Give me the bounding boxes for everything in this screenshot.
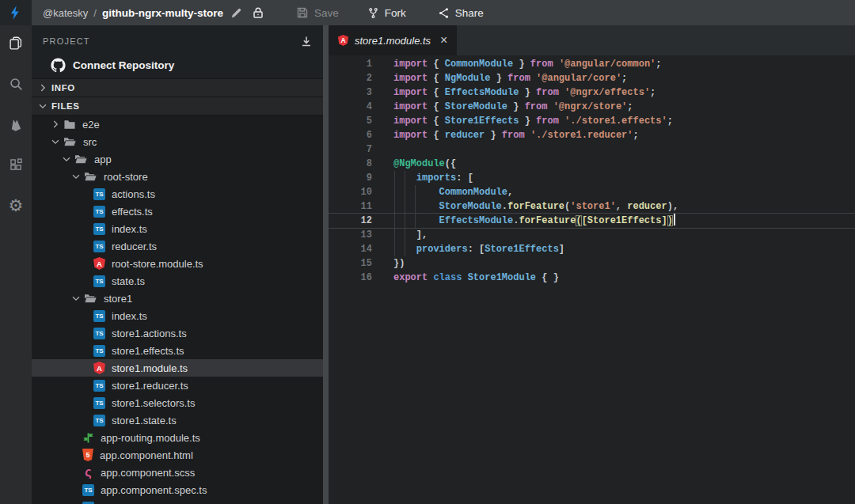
folder-open-icon [84,293,97,305]
file-tree-item[interactable]: TSstore1.reducer.ts [32,377,323,394]
tab-store1-module[interactable]: A store1.module.ts × [329,25,457,55]
file-tree-item[interactable]: TS [32,498,323,504]
file-tree-item[interactable]: ςapp.component.scss [32,464,323,481]
share-button[interactable]: Share [438,7,484,19]
tree-item-label: store1.actions.ts [112,328,187,339]
tree-item-label: e2e [82,119,100,131]
angular-icon: A [93,362,105,374]
sidebar-scrollbar[interactable] [323,25,329,504]
save-button[interactable]: Save [296,6,339,19]
activity-extensions-button[interactable] [2,150,30,180]
code-line[interactable]: 11 StoreModule.forFeature('store1', redu… [329,199,855,214]
file-tree-item[interactable]: 5app.component.html [32,446,323,464]
ts-icon: TS [93,397,105,409]
file-tree-item[interactable]: TSactions.ts [32,185,323,203]
indent-guide [405,171,405,185]
code-line-content: StoreModule.forFeature('store1', reducer… [393,199,678,214]
settings-icon: ⚙ [9,197,24,214]
file-tree-item[interactable]: TSreducer.ts [32,237,323,255]
code-line[interactable]: 3import { EffectsModule } from '@ngrx/ef… [329,85,855,100]
file-tree-item[interactable]: TSstore1.state.ts [32,411,323,429]
folder-closed-icon [63,119,76,131]
code-area[interactable]: 1import { CommonModule } from '@angular/… [329,55,855,504]
ts-icon: TS [93,380,105,392]
code-line-content: import { NgModule } from '@angular/core'… [393,71,627,85]
tree-item-label: store1.effects.ts [112,345,184,357]
code-line-content: CommonModule, [393,185,513,199]
line-number: 16 [329,271,372,285]
file-tree-item[interactable]: Astore1.module.ts [32,359,323,377]
close-icon[interactable]: × [440,34,447,47]
line-number: 15 [329,256,372,271]
code-line[interactable]: 16export class Store1Module { } [329,271,855,285]
connect-repository-button[interactable]: Connect Repository [51,58,313,73]
code-line[interactable]: 12 EffectsModule.forFeature([Store1Effec… [329,214,855,228]
tree-item-label: root-store [104,171,148,183]
sass-icon: ς [82,466,94,479]
file-tree-item[interactable]: Aroot-store.module.ts [32,255,323,272]
code-line[interactable]: 6import { reducer } from './store1.reduc… [329,128,855,142]
line-number: 7 [329,142,372,157]
code-line[interactable]: 15}) [329,256,855,271]
tree-item-label: app.component.html [100,449,193,461]
file-tree-item[interactable]: app-routing.module.ts [32,429,323,446]
extensions-icon [8,157,25,173]
indent-guide [405,185,405,199]
code-line[interactable]: 14 providers: [Store1Effects] [329,242,855,256]
folder-tree-item[interactable]: root-store [32,168,323,185]
section-header-info[interactable]: INFO [32,79,329,97]
folder-tree-item[interactable]: src [32,133,323,150]
code-line[interactable]: 1import { CommonModule } from '@angular/… [329,57,855,71]
file-tree-item[interactable]: TSeffects.ts [32,203,323,220]
edit-pencil-icon[interactable] [229,5,245,21]
folder-tree-item[interactable]: store1 [32,290,323,307]
indent-guide [394,242,395,256]
download-icon[interactable] [300,35,313,47]
code-line[interactable]: 9 imports: [ [329,171,855,185]
lock-icon[interactable] [250,5,266,21]
file-tree-item[interactable]: TSapp.component.spec.ts [32,481,323,498]
activity-firebase-button[interactable] [2,109,30,139]
fork-button[interactable]: Fork [367,7,406,19]
save-floppy-icon [296,6,309,19]
file-tree-item[interactable]: TSstore1.effects.ts [32,342,323,359]
indent-guide [394,199,395,214]
file-tree-item[interactable]: TSstore1.actions.ts [32,324,323,342]
connect-repository-label: Connect Repository [73,59,174,71]
code-line[interactable]: 4import { StoreModule } from '@ngrx/stor… [329,100,855,114]
indent-guide [405,214,405,228]
username: @katesky [43,7,88,19]
file-tree-item[interactable]: TSstate.ts [32,272,323,290]
activity-search-button[interactable] [2,69,30,99]
code-line[interactable]: 7 [329,142,855,157]
activity-copy-files-button[interactable] [2,28,30,59]
code-line[interactable]: 10 CommonModule, [329,185,855,199]
html-icon: 5 [82,449,93,461]
code-line[interactable]: 2import { NgModule } from '@angular/core… [329,71,855,85]
code-line[interactable]: 8@NgModule({ [329,157,855,171]
ts-icon: TS [93,275,105,287]
indent-guide [394,171,395,185]
section-header-files[interactable]: FILES [32,97,329,116]
stackblitz-logo[interactable] [0,0,32,25]
line-number: 14 [329,242,372,256]
indent-guide [415,185,416,199]
ts-icon: TS [93,415,105,426]
code-line-content: @NgModule({ [393,157,456,171]
file-tree-item[interactable]: TSindex.ts [32,220,323,237]
indent-guide [394,228,395,242]
tree-item-label: src [83,136,97,148]
folder-tree-item[interactable]: app [32,150,323,168]
line-number: 12 [329,214,372,228]
sidebar: PROJECT Connect Repository INFO [32,25,329,504]
line-number: 4 [329,100,372,114]
activity-settings-button[interactable]: ⚙ [2,190,30,220]
code-line[interactable]: 5import { Store1Effects } from './store1… [329,114,855,128]
info-section-label: INFO [51,83,75,93]
folder-tree-item[interactable]: e2e [32,116,323,133]
file-tree-item[interactable]: TSstore1.selectors.ts [32,394,323,411]
project-panel-title: PROJECT [43,36,90,46]
save-label: Save [314,7,339,19]
code-line[interactable]: 13 ], [329,228,855,242]
file-tree-item[interactable]: TSindex.ts [32,307,323,324]
